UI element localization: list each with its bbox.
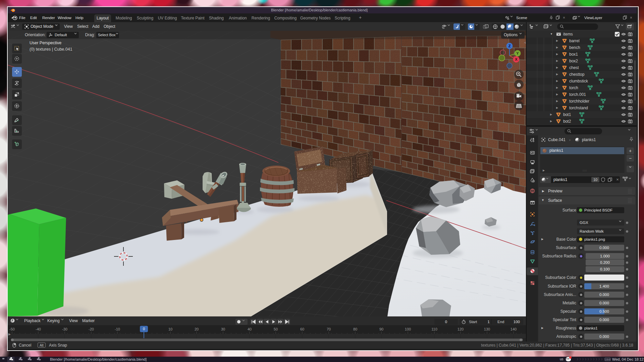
- svg-text:Y: Y: [516, 51, 519, 55]
- svg-text:X: X: [515, 57, 518, 61]
- svg-text:Z: Z: [508, 44, 511, 48]
